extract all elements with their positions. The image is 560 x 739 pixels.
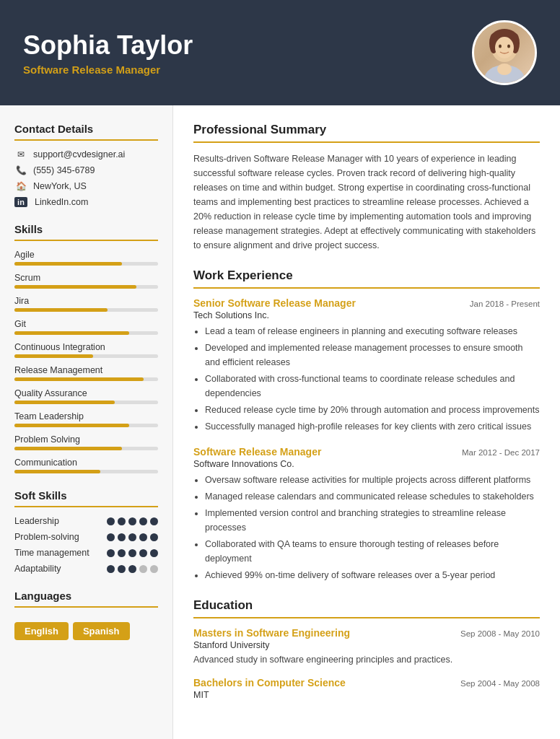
education-title: Education [193,598,540,613]
skill-name: Communication [14,458,158,468]
soft-skills-divider [14,506,158,507]
experience-section: Work Experience Senior Software Release … [193,268,540,582]
skill-item: Quality Assurance [14,388,158,404]
education-item: Bachelors in Computer Science Sep 2004 -… [193,677,540,700]
job-header: Senior Software Release Manager Jan 2018… [193,297,540,309]
job-bullet: Developed and implemented release manage… [205,341,540,370]
skill-dot [118,517,126,525]
svg-point-7 [507,45,510,48]
contact-title: Contact Details [14,123,158,135]
skills-list: Agile Scrum Jira Git Continuous Integrat… [14,250,158,473]
summary-title: Professional Summary [193,123,540,137]
skill-item: Agile [14,250,158,266]
education-divider [193,617,540,618]
location-icon: 🏠 [14,181,27,191]
skill-dots [107,565,158,573]
skill-dot [139,533,147,541]
skill-bar-bg [14,262,158,266]
job-dates: Mar 2012 - Dec 2017 [462,448,540,457]
job-bullet: Collaborated with cross-functional teams… [205,372,540,401]
skill-name: Team Leadership [14,411,158,421]
soft-skills-list: Leadership Problem-solving Time manageme… [14,516,158,574]
skill-dot [128,565,136,573]
job-item: Software Release Manager Mar 2012 - Dec … [193,446,540,583]
skill-name: Scrum [14,273,158,283]
skill-item: Scrum [14,273,158,289]
skill-bar-fill [14,285,136,289]
soft-skill-item: Leadership [14,516,158,526]
contact-location: 🏠 NewYork, US [14,181,158,191]
skill-dot [118,565,126,573]
jobs-list: Senior Software Release Manager Jan 2018… [193,297,540,582]
job-dates: Jan 2018 - Present [470,299,540,308]
skill-item: Git [14,319,158,335]
soft-skills-title: Soft Skills [14,489,158,502]
skill-name: Problem Solving [14,434,158,445]
skill-bar-fill [14,377,144,381]
job-title: Software Release Manager [193,446,321,458]
job-bullets: Lead a team of release engineers in plan… [193,325,540,434]
skill-dot [107,533,115,541]
summary-section: Professional Summary Results-driven Soft… [193,123,540,253]
soft-skill-item: Adaptability [14,564,158,574]
skill-name: Continuous Integration [14,342,158,352]
skill-dot [107,517,115,525]
skill-bar-fill [14,331,129,335]
soft-skill-name: Adaptability [14,564,76,574]
phone-icon: 📞 [14,165,27,175]
avatar [472,20,537,85]
skill-bar-bg [14,377,158,381]
skill-name: Git [14,319,158,329]
skill-dot [150,517,158,525]
soft-skill-name: Leadership [14,516,76,526]
svg-point-9 [497,64,512,75]
language-tag: Spanish [73,622,130,640]
skill-bar-fill [14,354,93,358]
skill-dot [139,517,147,525]
languages-title: Languages [14,590,158,602]
edu-description: Advanced study in software engineering p… [193,653,540,667]
job-bullet: Reduced release cycle time by 20% throug… [205,403,540,417]
skill-item: Problem Solving [14,434,158,450]
language-tag: English [14,622,69,640]
skill-dots [107,533,158,541]
edu-dates: Sep 2004 - May 2008 [460,679,540,688]
skill-bar-bg [14,447,158,450]
soft-skill-name: Time management [14,548,89,558]
svg-point-5 [495,37,514,58]
skill-bar-fill [14,401,115,404]
skill-bar-fill [14,262,122,266]
job-bullet: Implemented version control and branchin… [205,507,540,535]
skill-bar-fill [14,447,122,450]
edu-dates: Sep 2008 - May 2010 [460,629,540,638]
skill-name: Release Management [14,365,158,375]
job-header: Software Release Manager Mar 2012 - Dec … [193,446,540,458]
resume-container: Sophia Taylor Software Release Manager [0,0,560,739]
skill-bar-fill [14,470,100,473]
job-bullets: Oversaw software release activities for … [193,473,540,583]
contact-phone: 📞 (555) 345-6789 [14,165,158,175]
body: Contact Details ✉ support@cvdesigner.ai … [0,105,560,739]
job-bullet: Collaborated with QA teams to ensure tho… [205,538,540,566]
skill-dots [107,549,158,557]
skills-section: Skills Agile Scrum Jira Git Continuous I [14,223,158,473]
contact-linkedin: in LinkedIn.com [14,197,158,207]
job-bullet: Successfully managed high-profile releas… [205,420,540,434]
job-item: Senior Software Release Manager Jan 2018… [193,297,540,434]
skill-item: Communication [14,458,158,473]
job-company: Tech Solutions Inc. [193,310,540,320]
skill-item: Jira [14,296,158,312]
job-title: Senior Software Release Manager [193,297,356,309]
contact-section: Contact Details ✉ support@cvdesigner.ai … [14,123,158,207]
languages-section: Languages EnglishSpanish [14,590,158,640]
skills-title: Skills [14,223,158,235]
skill-dot [139,549,147,557]
skill-name: Agile [14,250,158,260]
skill-dot [150,533,158,541]
edu-school: Stanford University [193,640,540,650]
experience-title: Work Experience [193,268,540,283]
svg-point-6 [499,45,502,48]
edu-degree: Masters in Software Engineering [193,627,350,639]
soft-skill-item: Problem-solving [14,532,158,542]
skill-dot [139,565,147,573]
